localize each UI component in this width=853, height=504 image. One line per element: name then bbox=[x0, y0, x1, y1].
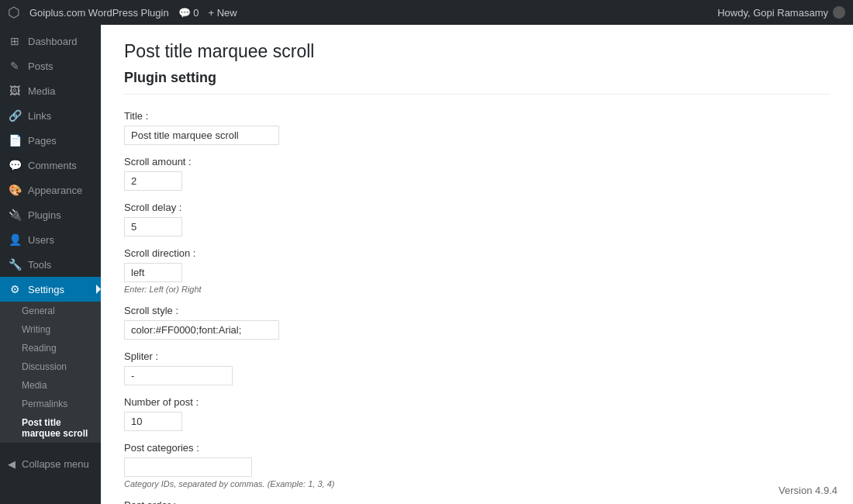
scroll-amount-field: Scroll amount : bbox=[124, 156, 830, 191]
scroll-direction-label: Scroll direction : bbox=[124, 247, 830, 259]
scroll-style-field: Scroll style : bbox=[124, 305, 830, 340]
settings-submenu: General Writing Reading Discussion Media… bbox=[0, 302, 101, 443]
section-title: Plugin setting bbox=[124, 70, 830, 95]
post-order-label: Post order : bbox=[124, 499, 830, 504]
submenu-item-reading[interactable]: Reading bbox=[0, 339, 101, 357]
page-title: Post title marquee scroll bbox=[124, 40, 830, 64]
media-icon: 🖼 bbox=[8, 85, 22, 97]
title-input[interactable] bbox=[124, 126, 279, 145]
spliter-field: Spliter : bbox=[124, 350, 830, 385]
scroll-style-input[interactable] bbox=[124, 320, 279, 340]
sidebar-item-tools[interactable]: 🔧 Tools bbox=[0, 252, 101, 277]
sidebar-label-pages: Pages bbox=[28, 135, 57, 147]
avatar bbox=[833, 6, 845, 19]
post-categories-hint: Category IDs, separated by commas. (Exam… bbox=[124, 479, 830, 488]
post-categories-label: Post categories : bbox=[124, 442, 830, 454]
admin-sidebar: ⊞ Dashboard ✎ Posts 🖼 Media 🔗 Links 📄 Pa… bbox=[0, 25, 101, 504]
scroll-delay-field: Scroll delay : bbox=[124, 202, 830, 236]
version-info: Version 4.9.4 bbox=[779, 485, 837, 496]
spliter-label: Spliter : bbox=[124, 350, 830, 362]
sidebar-label-links: Links bbox=[28, 110, 51, 122]
scroll-style-label: Scroll style : bbox=[124, 305, 830, 316]
sidebar-item-links[interactable]: 🔗 Links bbox=[0, 103, 101, 128]
post-order-field: Post order : Enter: ASC (or) DESC bbox=[124, 499, 830, 504]
submenu-item-discussion[interactable]: Discussion bbox=[0, 357, 101, 376]
sidebar-label-posts: Posts bbox=[28, 60, 54, 72]
admin-bar: ⬡ Goiplus.com WordPress Plugin 💬 0 + New… bbox=[0, 0, 853, 25]
scroll-amount-input[interactable] bbox=[124, 171, 182, 191]
sidebar-item-appearance[interactable]: 🎨 Appearance bbox=[0, 178, 101, 202]
number-of-post-field: Number of post : bbox=[124, 396, 830, 431]
sidebar-label-appearance: Appearance bbox=[28, 185, 82, 196]
scroll-delay-label: Scroll delay : bbox=[124, 202, 830, 213]
site-name[interactable]: Goiplus.com WordPress Plugin bbox=[29, 7, 169, 19]
sidebar-item-users[interactable]: 👤 Users bbox=[0, 227, 101, 252]
wp-logo-icon: ⬡ bbox=[8, 4, 20, 21]
collapse-icon: ◀ bbox=[8, 458, 16, 470]
sidebar-item-dashboard[interactable]: ⊞ Dashboard bbox=[0, 29, 101, 54]
settings-icon: ⚙ bbox=[8, 283, 22, 295]
links-icon: 🔗 bbox=[8, 109, 22, 122]
sidebar-item-media[interactable]: 🖼 Media bbox=[0, 78, 101, 103]
scroll-amount-label: Scroll amount : bbox=[124, 156, 830, 167]
spliter-input[interactable] bbox=[124, 366, 233, 385]
comment-icon: 💬 bbox=[178, 7, 191, 19]
comment-bubble[interactable]: 💬 0 bbox=[178, 7, 199, 19]
scroll-delay-input[interactable] bbox=[124, 217, 182, 236]
sidebar-label-settings: Settings bbox=[28, 284, 64, 295]
howdy-text: Howdy, Gopi Ramasamy bbox=[717, 7, 828, 19]
number-of-post-label: Number of post : bbox=[124, 396, 830, 408]
new-content-link[interactable]: + New bbox=[209, 7, 237, 19]
number-of-post-input[interactable] bbox=[124, 412, 182, 431]
sidebar-label-comments: Comments bbox=[28, 160, 77, 171]
sidebar-label-users: Users bbox=[28, 234, 54, 246]
content-wrap: Post title marquee scroll Plugin setting… bbox=[101, 25, 853, 504]
sidebar-item-pages[interactable]: 📄 Pages bbox=[0, 128, 101, 153]
user-info: Howdy, Gopi Ramasamy bbox=[717, 6, 845, 19]
scroll-direction-field: Scroll direction : Enter: Left (or) Righ… bbox=[124, 247, 830, 294]
title-field: Title : bbox=[124, 110, 830, 145]
tools-icon: 🔧 bbox=[8, 258, 22, 271]
users-icon: 👤 bbox=[8, 233, 22, 246]
post-categories-input[interactable] bbox=[124, 457, 252, 477]
pages-icon: 📄 bbox=[8, 134, 22, 147]
sidebar-label-dashboard: Dashboard bbox=[28, 36, 78, 47]
sidebar-label-plugins: Plugins bbox=[28, 209, 61, 221]
collapse-menu-button[interactable]: ◀ Collapse menu bbox=[0, 450, 101, 478]
sidebar-item-plugins[interactable]: 🔌 Plugins bbox=[0, 202, 101, 227]
comments-icon: 💬 bbox=[8, 159, 22, 171]
submenu-item-media[interactable]: Media bbox=[0, 376, 101, 395]
collapse-label: Collapse menu bbox=[22, 458, 89, 470]
post-categories-field: Post categories : Category IDs, separate… bbox=[124, 442, 830, 488]
submenu-item-general[interactable]: General bbox=[0, 302, 101, 320]
sidebar-label-media: Media bbox=[28, 85, 55, 97]
title-label: Title : bbox=[124, 110, 830, 122]
submenu-item-permalinks[interactable]: Permalinks bbox=[0, 395, 101, 413]
sidebar-item-posts[interactable]: ✎ Posts bbox=[0, 54, 101, 78]
appearance-icon: 🎨 bbox=[8, 184, 22, 196]
posts-icon: ✎ bbox=[8, 60, 22, 72]
dashboard-icon: ⊞ bbox=[8, 35, 22, 47]
submenu-item-writing[interactable]: Writing bbox=[0, 320, 101, 339]
sidebar-label-tools: Tools bbox=[28, 259, 51, 271]
sidebar-item-settings[interactable]: ⚙ Settings bbox=[0, 277, 101, 302]
main-content: Post title marquee scroll Plugin setting… bbox=[101, 25, 853, 504]
comment-count: 0 bbox=[193, 7, 199, 19]
scroll-direction-hint: Enter: Left (or) Right bbox=[124, 285, 830, 294]
sidebar-item-comments[interactable]: 💬 Comments bbox=[0, 153, 101, 178]
plugins-icon: 🔌 bbox=[8, 209, 22, 221]
submenu-item-post-title-marquee-scroll[interactable]: Post title marquee scroll bbox=[0, 413, 101, 443]
scroll-direction-input[interactable] bbox=[124, 263, 182, 282]
